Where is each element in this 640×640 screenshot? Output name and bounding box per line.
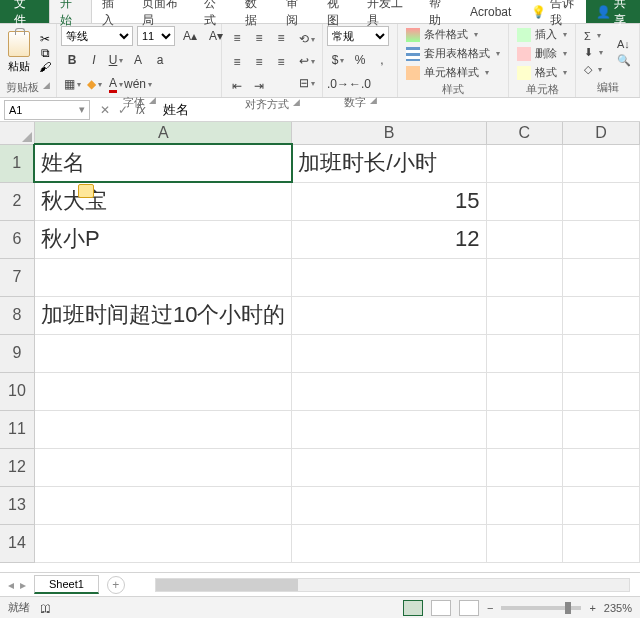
- horizontal-scrollbar[interactable]: [155, 578, 630, 592]
- tab-view[interactable]: 视图: [317, 0, 358, 23]
- cell-B12[interactable]: [292, 448, 486, 486]
- delete-cells-button[interactable]: 删除: [513, 45, 571, 62]
- font-size-select[interactable]: 11: [137, 26, 175, 46]
- row-header[interactable]: 6: [0, 220, 34, 258]
- table-format-button[interactable]: 套用表格格式: [402, 45, 504, 62]
- tab-prev-icon[interactable]: ◂: [8, 578, 14, 592]
- find-button[interactable]: 🔍: [613, 53, 635, 68]
- cell-C12[interactable]: [486, 448, 563, 486]
- tab-file[interactable]: 文件: [0, 0, 49, 23]
- cell-C8[interactable]: [486, 296, 563, 334]
- clear-button[interactable]: ◇: [580, 62, 607, 77]
- decrease-indent-icon[interactable]: ⇤: [226, 76, 248, 96]
- tab-insert[interactable]: 插入: [92, 0, 133, 23]
- cell-C6[interactable]: [486, 220, 563, 258]
- cell-A13[interactable]: [34, 486, 291, 524]
- cell-A8[interactable]: 加班时间超过10个小时的: [34, 296, 291, 334]
- cell-D8[interactable]: [563, 296, 640, 334]
- cell-D12[interactable]: [563, 448, 640, 486]
- cell-C9[interactable]: [486, 334, 563, 372]
- merge-icon[interactable]: ⊟: [296, 73, 318, 93]
- cell-A7[interactable]: [34, 258, 291, 296]
- cell-A9[interactable]: [34, 334, 291, 372]
- bold-button[interactable]: B: [61, 50, 83, 70]
- cell-B11[interactable]: [292, 410, 486, 448]
- add-sheet-button[interactable]: +: [107, 576, 125, 594]
- cell-D11[interactable]: [563, 410, 640, 448]
- orientation-icon[interactable]: ⟲: [296, 29, 318, 49]
- tab-review[interactable]: 审阅: [276, 0, 317, 23]
- cell-B9[interactable]: [292, 334, 486, 372]
- tab-data[interactable]: 数据: [235, 0, 276, 23]
- cell-A11[interactable]: [34, 410, 291, 448]
- fill-color-button[interactable]: ◆: [83, 74, 105, 94]
- row-header[interactable]: 2: [0, 182, 34, 220]
- currency-icon[interactable]: $: [327, 50, 349, 70]
- confirm-icon[interactable]: ✓: [118, 103, 128, 117]
- increase-decimal-icon[interactable]: .0→: [327, 74, 349, 94]
- increase-indent-icon[interactable]: ⇥: [248, 76, 270, 96]
- align-bottom-icon[interactable]: ≡: [270, 28, 292, 48]
- tab-acrobat[interactable]: Acrobat: [460, 0, 521, 23]
- sort-filter-button[interactable]: A↓: [613, 37, 635, 51]
- cell-C7[interactable]: [486, 258, 563, 296]
- cell-A1[interactable]: 姓名: [34, 144, 291, 182]
- cancel-icon[interactable]: ✕: [100, 103, 110, 117]
- align-middle-icon[interactable]: ≡: [248, 28, 270, 48]
- grow-font-icon[interactable]: A▴: [179, 26, 201, 46]
- zoom-level[interactable]: 235%: [604, 602, 632, 614]
- formula-input[interactable]: 姓名: [155, 101, 640, 119]
- cell-B8[interactable]: [292, 296, 486, 334]
- cell-C1[interactable]: [486, 144, 563, 182]
- row-header[interactable]: 11: [0, 410, 34, 448]
- row-header[interactable]: 1: [0, 144, 34, 182]
- tab-home[interactable]: 开始: [49, 0, 92, 23]
- cell-D10[interactable]: [563, 372, 640, 410]
- col-header[interactable]: B: [292, 122, 486, 144]
- tab-dev[interactable]: 开发工具: [357, 0, 419, 23]
- cell-B13[interactable]: [292, 486, 486, 524]
- row-header[interactable]: 9: [0, 334, 34, 372]
- wen-button[interactable]: wén: [127, 74, 149, 94]
- italic-button[interactable]: I: [83, 50, 105, 70]
- row-header[interactable]: 13: [0, 486, 34, 524]
- select-all-corner[interactable]: [0, 122, 34, 144]
- row-header[interactable]: 14: [0, 524, 34, 562]
- cell-A12[interactable]: [34, 448, 291, 486]
- cell-A14[interactable]: [34, 524, 291, 562]
- comma-icon[interactable]: ,: [371, 50, 393, 70]
- col-header[interactable]: D: [563, 122, 640, 144]
- fx-icon[interactable]: fx: [136, 103, 145, 117]
- paste-button[interactable]: 粘贴: [4, 31, 34, 74]
- share-button[interactable]: 👤 共享: [586, 0, 640, 23]
- zoom-out-icon[interactable]: −: [487, 602, 493, 614]
- cell-D6[interactable]: [563, 220, 640, 258]
- format-painter-icon[interactable]: 🖌: [38, 61, 52, 73]
- cell-D1[interactable]: [563, 144, 640, 182]
- tab-next-icon[interactable]: ▸: [20, 578, 26, 592]
- decrease-decimal-icon[interactable]: ←.0: [349, 74, 371, 94]
- border-button[interactable]: ▦: [61, 74, 83, 94]
- row-header[interactable]: 12: [0, 448, 34, 486]
- copy-icon[interactable]: ⧉: [38, 47, 52, 59]
- cell-B1[interactable]: 加班时长/小时: [292, 144, 486, 182]
- launcher-icon[interactable]: ◢: [43, 80, 50, 95]
- cell-D7[interactable]: [563, 258, 640, 296]
- cell-B7[interactable]: [292, 258, 486, 296]
- cell-C11[interactable]: [486, 410, 563, 448]
- cell-B6[interactable]: 12: [292, 220, 486, 258]
- cell-C14[interactable]: [486, 524, 563, 562]
- row-header[interactable]: 10: [0, 372, 34, 410]
- cell-A10[interactable]: [34, 372, 291, 410]
- row-header[interactable]: 7: [0, 258, 34, 296]
- cell-B2[interactable]: 15: [292, 182, 486, 220]
- cell-A2[interactable]: 秋大宝: [34, 182, 291, 220]
- row-header[interactable]: 8: [0, 296, 34, 334]
- cell-C13[interactable]: [486, 486, 563, 524]
- phonetic-button[interactable]: A: [127, 50, 149, 70]
- zoom-in-icon[interactable]: +: [589, 602, 595, 614]
- align-left-icon[interactable]: ≡: [226, 52, 248, 72]
- autosum-button[interactable]: Σ: [580, 29, 607, 43]
- zoom-slider[interactable]: [501, 606, 581, 610]
- number-format-select[interactable]: 常规: [327, 26, 389, 46]
